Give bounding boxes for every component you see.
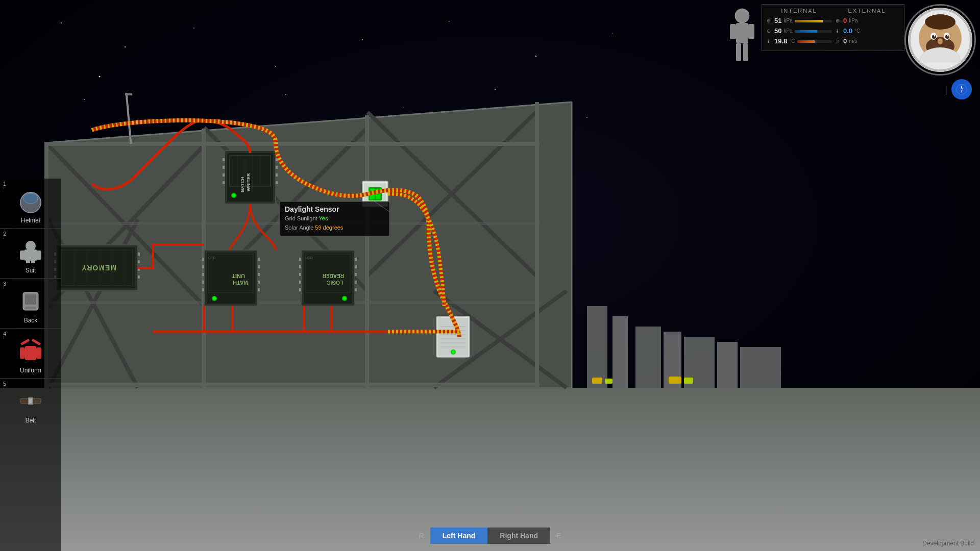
svg-point-2	[125, 46, 126, 47]
svg-rect-153	[736, 43, 741, 61]
svg-text:HDR: HDR	[305, 256, 313, 260]
hud-container: Internal External ⊕ 51 kPa ⊕ 0 kPa ⊙	[727, 4, 976, 76]
svg-point-125	[343, 297, 346, 300]
svg-rect-112	[299, 258, 301, 261]
svg-text:MATH: MATH	[233, 280, 249, 286]
svg-text:BATCH: BATCH	[240, 177, 245, 192]
svg-rect-52	[44, 301, 540, 304]
o2-bar	[795, 30, 832, 33]
dev-build-label: Development Build	[922, 540, 974, 547]
svg-rect-82	[138, 260, 140, 263]
svg-rect-175	[20, 251, 25, 260]
svg-rect-28	[592, 378, 602, 384]
internal-pressure-value: 51	[774, 17, 781, 24]
character-silhouette	[727, 7, 757, 70]
svg-text:READER: READER	[322, 273, 344, 279]
svg-rect-21	[587, 306, 607, 388]
status-headers: Internal External	[765, 8, 901, 14]
svg-point-69	[232, 194, 235, 197]
svg-rect-181	[26, 307, 36, 309]
svg-text:UNIT: UNIT	[232, 273, 245, 279]
svg-rect-152	[748, 24, 754, 39]
internal-pressure-bar	[795, 19, 832, 22]
inventory-slot-uniform[interactable]: 4 ⁞ Uniform	[0, 329, 61, 379]
inventory-slot-back[interactable]: 3 ⁞ Back	[0, 279, 61, 329]
svg-point-164	[947, 35, 949, 37]
right-hand-button[interactable]: Right Hand	[487, 528, 550, 544]
uniform-icon	[17, 337, 45, 365]
svg-point-13	[495, 89, 496, 90]
wind-unit: m/s	[849, 38, 857, 44]
svg-rect-59	[223, 166, 225, 169]
svg-rect-26	[717, 342, 738, 388]
external-pressure-value: 0	[843, 17, 847, 24]
wind-value: 0	[843, 37, 847, 45]
ext-temp-value: 0.0	[843, 27, 852, 35]
status-panel: Internal External ⊕ 51 kPa ⊕ 0 kPa ⊙	[762, 4, 904, 51]
wind-icon: ≋	[834, 38, 841, 45]
svg-point-7	[535, 56, 536, 57]
svg-point-12	[403, 107, 404, 108]
svg-rect-186	[36, 347, 41, 359]
svg-rect-64	[276, 173, 278, 177]
svg-point-6	[449, 21, 450, 22]
svg-rect-63	[276, 166, 278, 169]
svg-rect-114	[299, 273, 301, 276]
slot-4-dots: ⁞	[3, 336, 5, 340]
svg-rect-53	[44, 383, 540, 387]
svg-rect-94	[202, 258, 204, 261]
suit-icon	[17, 237, 45, 265]
svg-rect-151	[730, 24, 736, 39]
svg-rect-60	[223, 173, 225, 177]
nav-indicator: |	[945, 79, 972, 99]
o2-unit: kPa	[783, 28, 792, 34]
svg-point-11	[285, 94, 286, 95]
svg-rect-178	[31, 261, 35, 263]
left-hand-key: R	[413, 532, 430, 540]
left-hand-button[interactable]: Left Hand	[430, 528, 488, 544]
compass-button[interactable]	[951, 79, 972, 99]
svg-rect-189	[29, 398, 32, 404]
svg-rect-97	[202, 281, 204, 284]
int-temp-col: 🌡 19.8 °C	[765, 37, 832, 45]
temp-row: 🌡 19.8 °C ≋ 0 m/s	[765, 37, 901, 45]
svg-rect-55	[125, 93, 132, 95]
int-temp-value: 19.8	[774, 37, 787, 45]
inventory-slot-suit[interactable]: 2 ⁞ Suit	[0, 229, 61, 279]
temp-bar	[797, 40, 832, 43]
slot-2-dots: ⁞	[3, 236, 5, 240]
svg-point-4	[275, 66, 276, 67]
svg-point-8	[612, 33, 613, 34]
svg-point-107	[213, 297, 216, 300]
svg-rect-27	[740, 347, 781, 388]
svg-rect-22	[612, 316, 628, 388]
svg-text:WRITER: WRITER	[246, 173, 251, 191]
svg-text:LOGIC: LOGIC	[327, 280, 343, 285]
svg-rect-61	[223, 181, 225, 184]
svg-point-9	[84, 99, 85, 100]
compass-icon	[955, 83, 968, 95]
svg-point-143	[452, 350, 455, 354]
svg-rect-115	[299, 281, 301, 284]
svg-point-158	[925, 14, 955, 30]
int-temp-icon: 🌡	[765, 38, 772, 45]
svg-text:Grid Sunlight Yes: Grid Sunlight Yes	[285, 215, 328, 221]
svg-rect-176	[36, 251, 41, 260]
belt-icon	[17, 387, 45, 415]
svg-rect-100	[258, 265, 260, 268]
avatar-face-svg	[907, 7, 973, 73]
svg-rect-98	[202, 288, 204, 291]
o2-value: 50	[774, 27, 781, 35]
inventory-slot-belt[interactable]: 5 ⁞ Belt	[0, 379, 61, 429]
slot-3-dots: ⁞	[3, 286, 5, 290]
inventory-slot-helmet[interactable]: 1 ⁞ Helmet	[0, 179, 61, 229]
slot-3-label: Back	[24, 317, 38, 324]
svg-rect-50	[44, 142, 540, 146]
svg-point-163	[934, 35, 936, 37]
svg-text:CTR: CTR	[208, 256, 215, 260]
right-hand-key: E	[550, 532, 567, 540]
external-pressure-unit: kPa	[849, 18, 857, 23]
pressure-row: ⊕ 51 kPa ⊕ 0 kPa	[765, 17, 901, 24]
svg-rect-184	[25, 346, 36, 360]
back-icon	[17, 287, 45, 315]
